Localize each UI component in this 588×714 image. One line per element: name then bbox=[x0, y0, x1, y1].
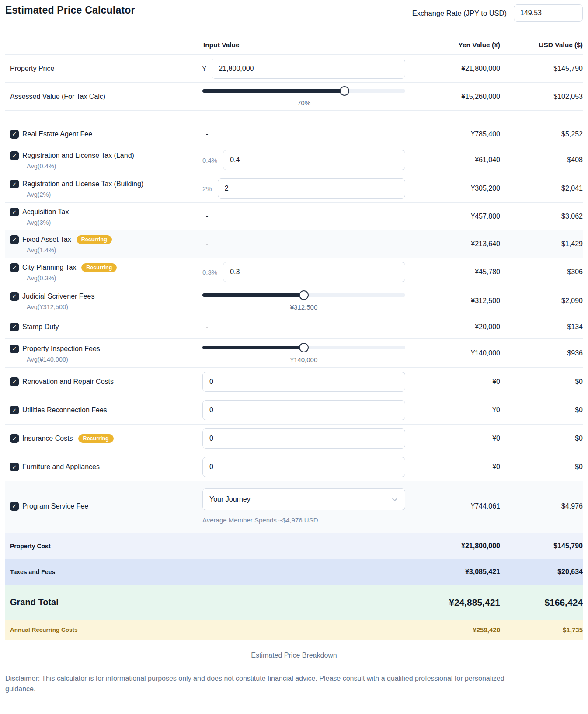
property-table: Property Price ¥ ¥21,800,000 $145,790 As… bbox=[5, 54, 583, 111]
usd-value: $166,424 bbox=[500, 597, 583, 608]
summary-label: Taxes and Fees bbox=[5, 568, 405, 575]
yen-value: ¥305,200 bbox=[405, 185, 500, 192]
slider-thumb[interactable] bbox=[299, 343, 309, 352]
assessed-value-slider[interactable] bbox=[202, 86, 405, 96]
program-fee-note: Average Member Spends ~$4,976 USD bbox=[202, 516, 405, 524]
row-property-inspection-fees: Property Inspection Fees Avg(¥140,000) ¥… bbox=[5, 339, 583, 368]
real-estate-agent-fee-checkbox[interactable] bbox=[10, 130, 19, 139]
yen-value: ¥21,800,000 bbox=[405, 542, 500, 550]
row-fixed-asset-tax: Fixed Asset Tax Recurring Avg(1.4%) - ¥2… bbox=[5, 230, 583, 258]
yen-value: ¥61,040 bbox=[405, 156, 500, 164]
renovation-costs-input[interactable] bbox=[202, 372, 405, 392]
column-header-yen-value: Yen Value (¥) bbox=[405, 41, 500, 49]
fee-average-note: Avg(3%) bbox=[27, 219, 69, 226]
disclaimer-text: Disclaimer: This calculator is for infor… bbox=[5, 673, 525, 694]
slider-thumb[interactable] bbox=[299, 290, 309, 300]
property-inspection-slider[interactable] bbox=[202, 343, 405, 352]
column-header-input-value: Input Value bbox=[202, 41, 405, 49]
yen-value: ¥0 bbox=[405, 463, 500, 471]
row-stamp-duty: Stamp Duty - ¥20,000 $134 bbox=[5, 315, 583, 339]
property-price-input[interactable] bbox=[212, 59, 405, 79]
recurring-badge: Recurring bbox=[78, 434, 114, 443]
fee-average-note: Avg(2%) bbox=[27, 191, 143, 198]
furniture-appliances-input[interactable] bbox=[202, 457, 405, 477]
yen-value: ¥24,885,421 bbox=[405, 597, 500, 608]
row-renovation-repair-costs: Renovation and Repair Costs ¥0 $0 bbox=[5, 368, 583, 396]
fee-average-note: Avg(0.4%) bbox=[27, 163, 134, 170]
yen-value: ¥15,260,000 bbox=[405, 93, 500, 101]
building-tax-rate-input[interactable] bbox=[218, 178, 405, 199]
no-input-dash: - bbox=[206, 130, 208, 138]
summary-section: Property Cost ¥21,800,000 $145,790 Taxes… bbox=[5, 533, 583, 640]
fee-label: Acquisition Tax bbox=[22, 207, 69, 217]
insurance-costs-input[interactable] bbox=[202, 428, 405, 449]
utilities-fees-input[interactable] bbox=[202, 400, 405, 420]
fee-label: Fixed Asset Tax bbox=[22, 234, 71, 245]
property-price-label: Property Price bbox=[10, 63, 54, 74]
usd-value: $0 bbox=[500, 406, 583, 414]
fee-label: Registration and License Tax (Building) bbox=[22, 179, 143, 189]
page-title: Estimated Price Calculator bbox=[5, 4, 135, 16]
insurance-costs-checkbox[interactable] bbox=[10, 434, 19, 443]
yen-value: ¥3,085,421 bbox=[405, 568, 500, 576]
fee-average-note: Avg(1.4%) bbox=[27, 247, 112, 254]
row-assessed-value: Assessed Value (For Tax Calc) 70% ¥15,26… bbox=[5, 83, 583, 111]
program-service-fee-checkbox[interactable] bbox=[10, 502, 19, 511]
summary-row-grand-total: Grand Total ¥24,885,421 $166,424 bbox=[5, 585, 583, 620]
program-service-fee-select[interactable]: Your Journey bbox=[202, 488, 405, 510]
stamp-duty-checkbox[interactable] bbox=[10, 323, 19, 331]
judicial-scrivener-checkbox[interactable] bbox=[10, 292, 19, 301]
fee-label: Registration and License Tax (Land) bbox=[22, 150, 134, 161]
page-header: Estimated Price Calculator Exchange Rate… bbox=[5, 4, 583, 22]
exchange-rate-input[interactable] bbox=[514, 4, 583, 22]
utilities-fees-checkbox[interactable] bbox=[10, 406, 19, 414]
slider-fill bbox=[202, 89, 344, 93]
city-planning-tax-rate-input[interactable] bbox=[223, 262, 405, 282]
usd-value: $2,041 bbox=[500, 185, 583, 192]
column-header-usd-value: USD Value ($) bbox=[500, 41, 583, 49]
yen-value: ¥0 bbox=[405, 378, 500, 386]
slider-value-label: ¥140,000 bbox=[202, 356, 405, 363]
usd-value: $0 bbox=[500, 378, 583, 386]
usd-value: $936 bbox=[500, 349, 583, 357]
registration-tax-building-checkbox[interactable] bbox=[10, 180, 19, 188]
assessed-value-label: Assessed Value (For Tax Calc) bbox=[10, 91, 105, 102]
fee-label: Renovation and Repair Costs bbox=[22, 376, 114, 387]
usd-value: $1,735 bbox=[500, 626, 583, 634]
exchange-rate-group: Exchange Rate (JPY to USD) bbox=[412, 4, 583, 22]
column-headers: Input Value Yen Value (¥) USD Value ($) bbox=[5, 41, 583, 54]
usd-value: $1,429 bbox=[500, 240, 583, 248]
yen-value: ¥140,000 bbox=[405, 349, 500, 357]
yen-value: ¥259,420 bbox=[405, 626, 500, 634]
no-input-dash: - bbox=[206, 212, 208, 220]
city-planning-tax-checkbox[interactable] bbox=[10, 263, 19, 272]
furniture-appliances-checkbox[interactable] bbox=[10, 463, 19, 471]
row-insurance-costs: Insurance Costs Recurring ¥0 $0 bbox=[5, 425, 583, 453]
recurring-badge: Recurring bbox=[81, 263, 117, 272]
fee-average-note: Avg(¥312,500) bbox=[27, 303, 94, 310]
land-tax-rate-input[interactable] bbox=[223, 150, 405, 170]
usd-value: $306 bbox=[500, 268, 583, 276]
fee-label: Program Service Fee bbox=[22, 501, 88, 512]
rate-prefix: 0.3% bbox=[202, 268, 217, 276]
yen-value: ¥45,780 bbox=[405, 268, 500, 276]
summary-row-property-cost: Property Cost ¥21,800,000 $145,790 bbox=[5, 533, 583, 559]
rate-prefix: 0.4% bbox=[202, 157, 217, 164]
renovation-costs-checkbox[interactable] bbox=[10, 377, 19, 386]
judicial-scrivener-slider[interactable] bbox=[202, 290, 405, 300]
row-city-planning-tax: City Planning Tax Recurring Avg(0.3%) 0.… bbox=[5, 258, 583, 286]
yen-value: ¥312,500 bbox=[405, 297, 500, 305]
acquisition-tax-checkbox[interactable] bbox=[10, 208, 19, 216]
usd-value: $4,976 bbox=[500, 502, 583, 510]
yen-value: ¥0 bbox=[405, 435, 500, 442]
row-utilities-reconnection-fees: Utilities Reconnection Fees ¥0 $0 bbox=[5, 396, 583, 425]
registration-tax-land-checkbox[interactable] bbox=[10, 151, 19, 160]
slider-thumb[interactable] bbox=[340, 86, 349, 96]
usd-value: $102,053 bbox=[500, 93, 583, 101]
property-inspection-checkbox[interactable] bbox=[10, 345, 19, 353]
summary-row-taxes-and-fees: Taxes and Fees ¥3,085,421 $20,634 bbox=[5, 559, 583, 585]
usd-value: $134 bbox=[500, 323, 583, 331]
no-input-dash: - bbox=[206, 240, 208, 247]
fixed-asset-tax-checkbox[interactable] bbox=[10, 235, 19, 244]
row-furniture-appliances: Furniture and Appliances ¥0 $0 bbox=[5, 453, 583, 481]
